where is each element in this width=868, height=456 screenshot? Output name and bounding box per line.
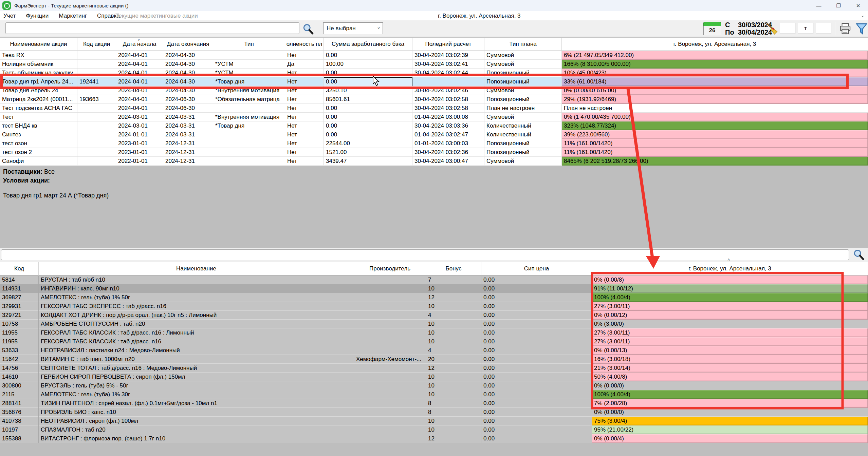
table-row[interactable]: 410738НЕОТРАВИСИЛ : сироп (фл.) 100мл100… [0, 417, 868, 425]
table-cell: АМЕЛОТЕКС : гель (туба) 1% 30г [39, 390, 354, 399]
search-input[interactable] [5, 22, 299, 34]
table-row[interactable]: тест БНД4 кв2024-03-012024-03-31*Товар д… [0, 121, 868, 130]
menu-marketing[interactable]: Маркетинг [59, 13, 87, 19]
table-row[interactable]: 2115АМЕЛОТЕКС : гель (туба) 1% 30г100.00… [0, 390, 868, 399]
table-cell: 01-04-2024 03:02:47 [412, 130, 484, 139]
table-row[interactable]: 329931ГЕКСОРАЛ ТАБС ЭКСПРЕСС : таб д/рас… [0, 302, 868, 311]
table-cell: 2023-01-01 [116, 139, 163, 148]
column-header[interactable]: Наименование [39, 262, 354, 276]
toolbar-button-t[interactable]: т [798, 23, 813, 34]
table-cell: *УСТМ [213, 69, 285, 77]
search-icon[interactable] [302, 23, 314, 35]
column-header[interactable]: Тип плана [484, 38, 562, 51]
toolbar-separator [835, 22, 835, 35]
table-cell: 85601.61 [324, 95, 412, 104]
table-row[interactable]: Тева RX2024-04-012024-04-30Нет0.0030-04-… [0, 51, 868, 60]
table-cell: 0.00 [324, 130, 412, 139]
column-header[interactable]: Поледний расчет [412, 38, 484, 51]
menu-uchet[interactable]: Учет [3, 13, 16, 19]
table-cell: Нет [285, 113, 324, 121]
table-cell: ВИТАСТРОНГ : флориоза пор. (саше) 1.7г n… [39, 434, 354, 443]
close-button[interactable]: ✕ [848, 0, 868, 11]
products-table: КодНаименованиеПроизводительБонусСип цен… [0, 262, 868, 443]
table-row[interactable]: Тест подсветка АСНА ГАС2024-04-012024-06… [0, 104, 868, 113]
table-row[interactable]: Санофи2022-01-012024-12-31Нет3439.4730-0… [0, 157, 868, 166]
table-cell: 0.00 [481, 293, 592, 302]
calendar-icon[interactable]: 26 [703, 22, 721, 35]
print-icon[interactable] [838, 22, 852, 35]
table-row[interactable]: 10758АМБРОБЕНЕ СТОПТУССИН : таб. n20100.… [0, 320, 868, 328]
table-row[interactable]: 288141ТИЗИН ПАНТЕНОЛ : спрей назал. (фл.… [0, 399, 868, 408]
table-row[interactable]: Тест- объемник на закупку2024-04-012024-… [0, 69, 868, 77]
column-header[interactable]: Тип [213, 38, 285, 51]
table-row[interactable]: 15642ВИТАМИН С : таб шип. 1000мг n20Хемо… [0, 355, 868, 364]
table-cell: 2115 [0, 390, 39, 399]
table-cell: 7 [426, 276, 481, 284]
column-header[interactable]: Дата окончания [163, 38, 213, 51]
table-row[interactable]: 155388ВИТАСТРОНГ : флориоза пор. (саше) … [0, 434, 868, 443]
column-header[interactable]: г. Воронеж, ул. Арсенальная, 3 [592, 262, 868, 276]
column-header[interactable]: Сумма заработанного бэка [324, 38, 412, 51]
table-cell: Нет [285, 148, 324, 157]
table-cell: Попозиционный [484, 148, 562, 157]
table-row[interactable]: 300800БРУСТЭЛЬ : гель (туба) 5% - 50г100… [0, 381, 868, 390]
toolbar-button-3[interactable] [816, 23, 831, 34]
table-row[interactable]: тест озон2023-01-012024-12-31Нет22544.00… [0, 139, 868, 148]
table-row[interactable]: Нолицин объемник2024-04-012024-04-30*УСТ… [0, 60, 868, 69]
search-icon[interactable] [853, 249, 865, 261]
menu-funkcii[interactable]: Функции [26, 13, 49, 19]
table-row[interactable]: Товар дня Апрель 242024-04-012024-04-30*… [0, 86, 868, 95]
column-header[interactable]: Код [0, 262, 39, 276]
chevron-down-icon[interactable]: ⌄ [861, 13, 865, 18]
table-row[interactable]: Синтез2024-01-012024-03-31Нет0.0001-04-2… [0, 130, 868, 139]
table-row[interactable]: 14756СЕПТОЛЕТЕ ТОТАЛ : таб д/расс. n16 :… [0, 364, 868, 373]
restore-button[interactable]: ❐ [829, 0, 848, 11]
filter-funnel-icon[interactable] [855, 22, 868, 36]
table-cell: тест озон [0, 139, 77, 148]
table-row[interactable]: 5814БРУСТАН : таб п/об n1070.000% (0.00/… [0, 276, 868, 284]
toolbar-button-1[interactable] [780, 23, 795, 34]
table-cell: 0% (0.00/12) [592, 311, 868, 320]
table-cell: 2022-01-01 [116, 157, 163, 166]
table-cell: Суммовой [484, 113, 562, 121]
table-row[interactable]: 11955ГЕКСОРАЛ ТАБС КЛАССИК : таб д/расс.… [0, 328, 868, 337]
column-header[interactable]: Код акции [77, 38, 116, 51]
minimize-button[interactable]: — [809, 0, 829, 11]
table-cell: Нет [285, 95, 324, 104]
table-cell: 0.00 [481, 302, 592, 311]
table-cell: *Товар дня [213, 77, 285, 86]
table-row[interactable]: Тест2024-03-012024-03-31*Внутренняя моти… [0, 113, 868, 121]
table-row[interactable]: 53633НЕОТРАВИСИЛ : пастилки n24 : Медово… [0, 346, 868, 355]
broom-clear-icon[interactable] [766, 22, 779, 35]
table-row[interactable]: 14610ГЕРБИОН СИРОП ПЕРВОЦВЕТА : сироп (ф… [0, 373, 868, 381]
column-header[interactable]: Наименование акции [0, 38, 77, 51]
table-row[interactable]: Товар дня гр1 Апрель 24...1924412024-04-… [0, 77, 868, 86]
products-search-input[interactable] [1, 249, 849, 260]
column-header[interactable]: г. Воронеж, ул. Арсенальная, 3 [562, 38, 868, 51]
table-row[interactable]: 369827АМЕЛОТЕКС : гель (туба) 1% 50г120.… [0, 293, 868, 302]
table-row[interactable]: тест озон 22023-01-012024-12-31Нет1521.0… [0, 148, 868, 157]
table-row[interactable]: 329721КОЛДАКТ ХОТ ДРИНК : пор д/р-ра ора… [0, 311, 868, 320]
products-search-row [0, 248, 868, 262]
column-header[interactable]: Бонус [426, 262, 481, 276]
table-cell: 0.00 [481, 346, 592, 355]
table-cell: 30-04-2024 03:02:44 [412, 69, 484, 77]
table-cell: 100.00 [324, 60, 412, 69]
table-cell: 10 [426, 328, 481, 337]
table-row[interactable]: 114931ИНГАВИРИН : капс. 90мг n10100.0091… [0, 284, 868, 293]
table-cell: Попозиционный [484, 95, 562, 104]
column-header[interactable]: олненость пл [285, 38, 324, 51]
table-cell: 356876 [0, 408, 39, 417]
table-cell: Количественный [484, 121, 562, 130]
table-cell: 2024-04-30 [163, 86, 213, 95]
table-row[interactable]: Матрица 2кв2024 (00011...1936632024-04-0… [0, 95, 868, 104]
table-cell: 2024-03-31 [163, 130, 213, 139]
table-row[interactable]: 10197СПАЗМАЛГОН : таб n20100.0095% (21.0… [0, 425, 868, 434]
branch-select[interactable]: Не выбран ˅ [323, 22, 383, 34]
table-cell [213, 51, 285, 60]
table-row[interactable]: 356876ПРОБИЭЛЬ БИО : капс. n1080.000% (0… [0, 408, 868, 417]
column-header[interactable]: Сип цена [481, 262, 592, 276]
column-header[interactable]: Производитель [354, 262, 426, 276]
table-row[interactable]: 11955ГЕКСОРАЛ ТАБС КЛАССИК : таб д/расс.… [0, 337, 868, 346]
table-cell: 0% (3.00/0) [592, 320, 868, 328]
